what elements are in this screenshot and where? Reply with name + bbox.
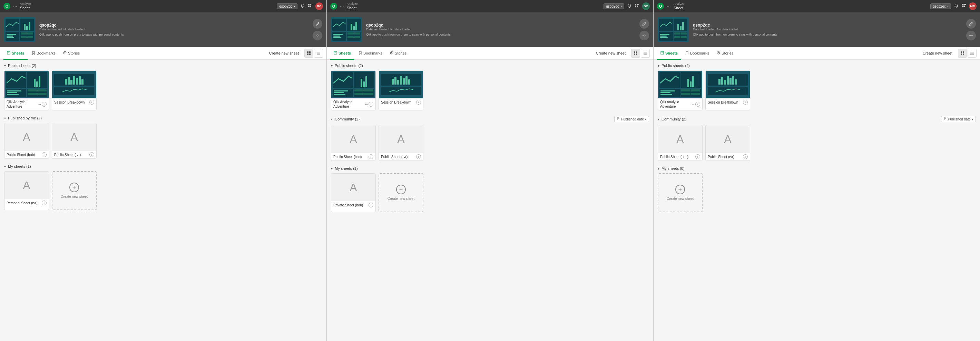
- grid-view-button[interactable]: [958, 49, 967, 57]
- card-info-button[interactable]: i: [695, 102, 700, 107]
- card-info-button[interactable]: i: [89, 100, 94, 105]
- avatar[interactable]: RC: [315, 2, 323, 10]
- section-title: Public sheets (2): [662, 64, 690, 68]
- card-footer: Public Sheet (bob)i: [5, 151, 49, 158]
- card-info-button[interactable]: i: [416, 154, 421, 159]
- tab-sheets[interactable]: Sheets: [3, 47, 28, 60]
- breadcrumb: AnalyzeSheet: [347, 2, 358, 10]
- bell-icon[interactable]: [627, 3, 632, 9]
- section-toggle-icon[interactable]: ▾: [658, 64, 659, 68]
- tab-sheets[interactable]: Sheets: [657, 47, 681, 60]
- header-more-dots[interactable]: ···: [340, 3, 344, 9]
- sheet-card[interactable]: APrivate Sheet (bob)i: [331, 173, 376, 212]
- sheet-card[interactable]: Session Breakdowni: [705, 70, 750, 110]
- sort-button[interactable]: Published date▾: [614, 116, 649, 122]
- sheet-card[interactable]: Qlik Analytic Adventure···i: [331, 70, 376, 110]
- edit-button[interactable]: [966, 19, 976, 29]
- section-toggle-icon[interactable]: ▾: [331, 167, 332, 170]
- card-info-button[interactable]: i: [42, 201, 46, 206]
- header-more-dots[interactable]: ···: [13, 3, 17, 9]
- create-new-sheet-card[interactable]: +Create new sheet: [658, 173, 703, 212]
- edit-button[interactable]: [640, 19, 649, 29]
- grid-icon[interactable]: [635, 3, 640, 9]
- sheet-card[interactable]: APublic Sheet (rvr)i: [379, 125, 423, 161]
- cards-grid: Qlik Analytic Adventure···iSession Break…: [331, 70, 649, 110]
- list-view-button[interactable]: [641, 49, 650, 57]
- svg-rect-17: [635, 4, 636, 5]
- sheet-card[interactable]: Qlik Analytic Adventure···i: [4, 70, 49, 110]
- section-toggle-icon[interactable]: ▾: [658, 167, 659, 170]
- section-toggle-icon[interactable]: ▾: [331, 117, 332, 121]
- app-selector[interactable]: qsop2qc▾: [930, 3, 951, 9]
- tab-bookmarks[interactable]: Bookmarks: [355, 47, 386, 60]
- section-toggle-icon[interactable]: ▾: [658, 117, 659, 121]
- card-info-button[interactable]: i: [89, 152, 94, 157]
- tab-stories[interactable]: Stories: [60, 47, 83, 60]
- settings-button[interactable]: [966, 31, 976, 40]
- app-thumbnail[interactable]: [4, 17, 35, 42]
- card-info-button[interactable]: i: [743, 100, 748, 105]
- card-more-button[interactable]: ···: [691, 102, 695, 106]
- list-view-button[interactable]: [314, 49, 323, 57]
- card-info-button[interactable]: i: [416, 100, 421, 105]
- edit-button[interactable]: [313, 19, 322, 29]
- qlik-logo[interactable]: Q: [3, 3, 10, 10]
- grid-icon[interactable]: [961, 3, 966, 9]
- sheet-card[interactable]: Session Breakdowni: [52, 70, 97, 110]
- app-selector[interactable]: qsop2qc▾: [603, 3, 624, 9]
- settings-button[interactable]: [640, 31, 649, 40]
- card-info-button[interactable]: i: [743, 154, 748, 159]
- list-view-button[interactable]: [967, 49, 977, 57]
- card-info-button[interactable]: i: [42, 102, 46, 107]
- grid-view-button[interactable]: [304, 49, 313, 57]
- create-new-sheet-card[interactable]: +Create new sheet: [52, 171, 97, 210]
- app-selector[interactable]: qsop2qc▾: [277, 3, 298, 9]
- sheet-card[interactable]: APublic Sheet (bob)i: [658, 125, 703, 161]
- section-toggle-icon[interactable]: ▾: [331, 64, 332, 68]
- card-info-button[interactable]: i: [695, 154, 700, 159]
- tab-bookmarks[interactable]: Bookmarks: [682, 47, 713, 60]
- app-thumbnail[interactable]: [658, 17, 689, 42]
- sheet-card[interactable]: Qlik Analytic Adventure···i: [658, 70, 703, 110]
- tab-stories[interactable]: Stories: [713, 47, 737, 60]
- tab-stories[interactable]: Stories: [387, 47, 410, 60]
- create-new-sheet-button[interactable]: Create new sheet: [920, 50, 955, 57]
- app-thumbnail[interactable]: [331, 17, 362, 42]
- create-new-sheet-button[interactable]: Create new sheet: [593, 50, 628, 57]
- qlik-logo[interactable]: Q: [657, 3, 664, 10]
- sheet-card[interactable]: APublic Sheet (bob)i: [331, 125, 376, 161]
- svg-rect-1: [310, 4, 311, 5]
- card-info-button[interactable]: i: [369, 102, 373, 107]
- sheet-card[interactable]: APublic Sheet (rvr)i: [52, 123, 97, 159]
- sheet-card[interactable]: APersonal Sheet (rvr)i: [4, 171, 49, 210]
- sheet-card[interactable]: APublic Sheet (bob)i: [4, 123, 49, 159]
- section-toggle-icon[interactable]: ▾: [4, 165, 6, 169]
- sort-button[interactable]: Published date▾: [941, 116, 976, 122]
- section-toggle-icon[interactable]: ▾: [4, 116, 6, 120]
- svg-rect-28: [636, 51, 637, 53]
- avatar[interactable]: DO: [642, 2, 650, 10]
- card-more-button[interactable]: ···: [364, 102, 369, 106]
- app-action-buttons: [966, 19, 976, 40]
- grid-icon[interactable]: [308, 3, 313, 9]
- tab-sheets[interactable]: Sheets: [330, 47, 355, 60]
- section-toggle-icon[interactable]: ▾: [4, 64, 6, 68]
- avatar[interactable]: MM: [969, 2, 977, 10]
- card-info-button[interactable]: i: [369, 202, 373, 207]
- card-more-button[interactable]: ···: [38, 102, 42, 106]
- sheet-card[interactable]: APublic Sheet (rvr)i: [705, 125, 750, 161]
- grid-view-button[interactable]: [631, 49, 640, 57]
- bell-icon[interactable]: [954, 3, 959, 9]
- settings-button[interactable]: [313, 31, 322, 40]
- svg-rect-19: [638, 4, 639, 5]
- qlik-logo[interactable]: Q: [330, 3, 337, 10]
- bell-icon[interactable]: [300, 3, 305, 9]
- create-new-sheet-card[interactable]: +Create new sheet: [379, 173, 423, 212]
- create-new-sheet-button[interactable]: Create new sheet: [266, 50, 302, 57]
- sheet-card[interactable]: Session Breakdowni: [379, 70, 423, 110]
- card-info-button[interactable]: i: [369, 154, 373, 159]
- tab-bookmarks[interactable]: Bookmarks: [28, 47, 59, 60]
- card-info-button[interactable]: i: [42, 152, 46, 157]
- header-more-dots[interactable]: ···: [667, 3, 671, 9]
- card-thumbnail: A: [706, 125, 750, 153]
